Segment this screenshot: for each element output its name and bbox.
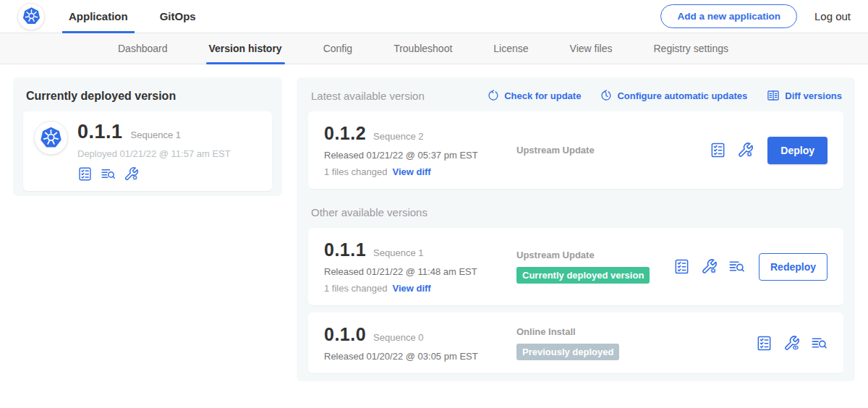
preflight-checks-icon[interactable] (673, 258, 690, 275)
subnav-tab-troubleshoot[interactable]: Troubleshoot (393, 33, 452, 64)
diff-versions-link[interactable]: Diff versions (767, 89, 842, 102)
version-source-label: Upstream Update (516, 145, 710, 156)
app-logo (34, 121, 68, 155)
version-source-label: Upstream Update (516, 250, 673, 260)
edit-config-icon[interactable] (124, 166, 139, 182)
subnav-tab-version-history[interactable]: Version history (209, 33, 282, 64)
refresh-icon (488, 90, 499, 101)
tab-gitops-label: GitOps (160, 10, 196, 22)
top-navbar: Application GitOps Add a new application… (0, 0, 868, 33)
version-number: 0.1.2 (324, 123, 366, 144)
released-timestamp: Released 01/21/22 @ 05:37 pm EST (324, 150, 506, 161)
version-number: 0.1.0 (324, 324, 366, 345)
subnav-tab-registry-settings[interactable]: Registry settings (653, 33, 728, 64)
tab-gitops[interactable]: GitOps (158, 0, 198, 33)
available-versions-panel: Latest available version Check for updat… (297, 77, 855, 381)
view-diff-link[interactable]: View diff (392, 166, 430, 177)
kubernetes-logo (17, 3, 45, 30)
version-row: 0.1.2 Sequence 2 Released 01/21/22 @ 05:… (308, 111, 843, 189)
deploy-button[interactable]: Deploy (767, 137, 827, 164)
auto-update-icon (600, 90, 612, 101)
view-diff-link[interactable]: View diff (392, 283, 430, 294)
tab-application-label: Application (69, 10, 128, 22)
subnav-tab-config[interactable]: Config (323, 33, 352, 64)
diff-versions-label: Diff versions (785, 90, 842, 101)
configure-automatic-updates-link[interactable]: Configure automatic updates (600, 90, 747, 101)
header-actions: Add a new application Log out (660, 4, 851, 28)
currently-deployed-card: Currently deployed version 0.1.1 Sequenc… (13, 77, 282, 196)
files-changed-label: 1 files changed (324, 283, 387, 294)
released-timestamp: Released 01/20/22 @ 03:05 pm EST (324, 351, 506, 362)
subnav-tab-dashboard[interactable]: Dashboard (118, 33, 168, 64)
app-subnav: Dashboard Version history Config Trouble… (0, 33, 868, 64)
version-row: 0.1.1 Sequence 1 Released 01/21/22 @ 11:… (308, 228, 843, 305)
sequence-label: Sequence 1 (373, 247, 423, 258)
currently-deployed-title: Currently deployed version (26, 90, 272, 103)
subnav-tab-view-files[interactable]: View files (570, 33, 613, 64)
check-for-update-label: Check for update (504, 90, 581, 101)
view-config-icon[interactable] (783, 335, 800, 352)
check-for-update-link[interactable]: Check for update (488, 90, 581, 101)
released-timestamp: Released 01/21/22 @ 11:48 am EST (324, 266, 506, 277)
version-source-label: Online Install (516, 326, 756, 337)
deployed-timestamp: Deployed 01/21/22 @ 11:57 am EST (77, 148, 231, 159)
deploy-logs-icon[interactable] (101, 166, 116, 182)
preflight-checks-icon[interactable] (710, 142, 726, 158)
deployed-version-number: 0.1.1 (77, 121, 123, 143)
add-new-application-button[interactable]: Add a new application (660, 4, 797, 28)
latest-available-title: Latest available version (311, 90, 425, 102)
currently-deployed-badge: Currently deployed version (516, 267, 650, 284)
deploy-logs-icon[interactable] (728, 258, 745, 275)
version-number: 0.1.1 (324, 239, 366, 260)
sequence-label: Sequence 0 (373, 332, 423, 343)
sequence-label: Sequence 2 (373, 131, 423, 142)
deployed-sequence-label: Sequence 1 (131, 129, 181, 140)
previously-deployed-badge: Previously deployed (516, 344, 619, 360)
redeploy-button[interactable]: Redeploy (759, 253, 827, 281)
version-row: 0.1.0 Sequence 0 Released 01/20/22 @ 03:… (308, 313, 843, 373)
other-available-versions-title: Other available versions (311, 206, 843, 218)
subnav-tab-license[interactable]: License (493, 33, 528, 64)
version-history-page: Currently deployed version 0.1.1 Sequenc… (0, 64, 868, 394)
logout-button[interactable]: Log out (814, 10, 851, 22)
configure-automatic-updates-label: Configure automatic updates (617, 90, 747, 101)
edit-config-icon[interactable] (737, 142, 754, 158)
files-changed-label: 1 files changed (324, 166, 387, 177)
deployed-version-card: 0.1.1 Sequence 1 Deployed 01/21/22 @ 11:… (23, 111, 272, 191)
preflight-checks-icon[interactable] (756, 335, 773, 352)
edit-config-icon[interactable] (701, 258, 718, 275)
diff-icon (767, 89, 780, 102)
preflight-checks-icon[interactable] (77, 166, 93, 182)
tab-application[interactable]: Application (67, 0, 130, 33)
deploy-logs-icon[interactable] (811, 335, 827, 352)
